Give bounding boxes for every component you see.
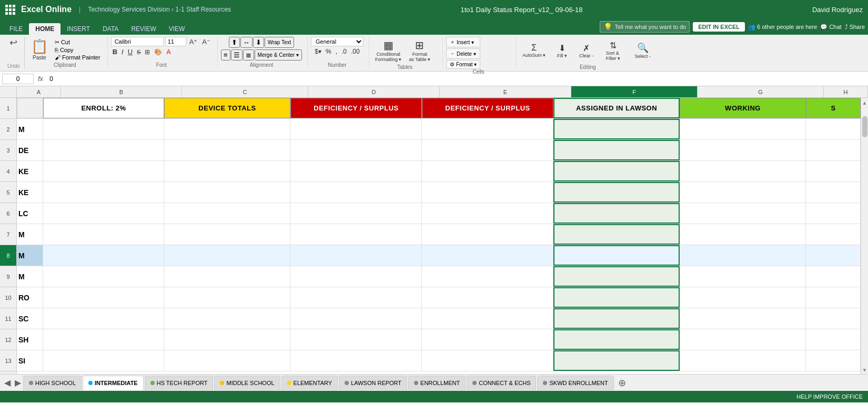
cell-e9[interactable] [422, 266, 553, 287]
tab-data[interactable]: DATA [96, 23, 125, 35]
merge-center-button[interactable]: Merge & Center ▾ [255, 49, 302, 60]
sheet-tab-hs-tech[interactable]: HS TECH REPORT [145, 376, 214, 390]
cell-d11[interactable] [290, 308, 422, 329]
col-header-e[interactable]: E [440, 86, 571, 97]
align-top-button[interactable]: ⬆ [229, 37, 240, 48]
cell-h6[interactable] [806, 203, 861, 224]
cell-b9[interactable] [43, 266, 164, 287]
cell-c12[interactable] [164, 329, 290, 350]
cell-b8[interactable] [43, 245, 164, 266]
cell-b10[interactable] [43, 287, 164, 308]
cell-g11[interactable] [680, 308, 806, 329]
cell-h5[interactable] [806, 182, 861, 203]
cell-b3[interactable] [43, 140, 164, 160]
cell-a5[interactable]: KE [17, 182, 43, 203]
cell-b12[interactable] [43, 329, 164, 350]
cell-g8[interactable] [680, 245, 806, 266]
cell-g2[interactable] [680, 119, 806, 139]
vertical-scrollbar[interactable]: ▲ ▼ [861, 98, 868, 374]
cell-h10[interactable] [806, 287, 861, 308]
align-bottom-button[interactable]: ⬇ [253, 37, 264, 48]
sheet-add-button[interactable]: ⊕ [615, 377, 629, 389]
cell-b1[interactable]: ENROLL: 2% [43, 98, 164, 118]
col-header-a[interactable]: A [17, 86, 61, 97]
cell-a4[interactable]: KE [17, 161, 43, 181]
cell-h2[interactable] [806, 119, 861, 139]
cell-g6[interactable] [680, 203, 806, 224]
fill-button[interactable]: ⬇ Fill ▾ [552, 37, 573, 64]
autosum-button[interactable]: Σ AutoSum ▾ [520, 37, 549, 64]
cell-b7[interactable] [43, 224, 164, 245]
cell-a8[interactable]: M [17, 245, 43, 266]
col-header-f[interactable]: F [571, 86, 698, 97]
sheet-tab-lawson[interactable]: LAWSON REPORT [339, 376, 407, 390]
cell-a2[interactable]: M [17, 119, 43, 139]
cell-h9[interactable] [806, 266, 861, 287]
cell-b6[interactable] [43, 203, 164, 224]
cell-e6[interactable] [422, 203, 553, 224]
col-header-h[interactable]: H [824, 86, 868, 97]
format-as-table-button[interactable]: ⊞ Formatas Table ▾ [406, 37, 433, 64]
row-num-5[interactable]: 5 [0, 182, 16, 203]
cell-d10[interactable] [290, 287, 422, 308]
tab-review[interactable]: REVIEW [125, 23, 162, 35]
row-num-1[interactable]: 1 [0, 98, 16, 119]
row-num-9[interactable]: 9 [0, 266, 16, 287]
cell-g5[interactable] [680, 182, 806, 203]
cell-d3[interactable] [290, 140, 422, 160]
cell-d8[interactable] [290, 245, 422, 266]
percent-button[interactable]: % [324, 47, 333, 56]
row-num-10[interactable]: 10 [0, 287, 16, 308]
clear-button[interactable]: ✗ Clear - [576, 37, 597, 64]
cell-f1[interactable]: ASSIGNED IN LAWSON [553, 98, 680, 118]
align-right-button[interactable]: ≣ [243, 49, 254, 60]
cell-h8[interactable] [806, 245, 861, 266]
font-name-input[interactable] [111, 37, 164, 46]
cell-b13[interactable] [43, 350, 164, 371]
cell-d13[interactable] [290, 350, 422, 371]
cell-f8[interactable] [553, 245, 680, 266]
format-cell-button[interactable]: ⚙Format ▾ [446, 60, 480, 69]
cell-a6[interactable]: LC [17, 203, 43, 224]
row-num-2[interactable]: 2 [0, 119, 16, 140]
cell-d12[interactable] [290, 329, 422, 350]
cell-b4[interactable] [43, 161, 164, 181]
cell-f10[interactable] [553, 287, 680, 308]
cell-f2[interactable] [553, 119, 680, 139]
edit-in-excel-button[interactable]: EDIT IN EXCEL [693, 22, 745, 32]
borders-button[interactable]: ⊞ [143, 48, 152, 56]
cell-e3[interactable] [422, 140, 553, 160]
cut-button[interactable]: ✂ Cut [53, 38, 102, 46]
cell-c1[interactable]: DEVICE TOTALS [164, 98, 290, 118]
wrap-text-button[interactable]: Wrap Text [265, 37, 295, 48]
sheet-tab-enrollment[interactable]: ENROLLMENT [408, 376, 466, 390]
number-format-select[interactable]: General [311, 37, 364, 46]
cell-e7[interactable] [422, 224, 553, 245]
row-num-13[interactable]: 13 [0, 350, 16, 371]
cell-h4[interactable] [806, 161, 861, 181]
font-size-decrease-button[interactable]: A⁻ [200, 37, 212, 46]
format-painter-button[interactable]: 🖌 Format Painter [53, 54, 102, 61]
col-header-g[interactable]: G [698, 86, 824, 97]
strikethrough-button[interactable]: S [135, 48, 142, 56]
cell-c9[interactable] [164, 266, 290, 287]
sheet-nav-next[interactable]: ▶ [13, 378, 23, 388]
increase-decimal-button[interactable]: .0 [340, 47, 348, 56]
cell-f7[interactable] [553, 224, 680, 245]
row-num-11[interactable]: 11 [0, 308, 16, 329]
cell-d1[interactable]: DEFICIENCY / SURPLUS [290, 98, 422, 118]
scroll-thumb[interactable] [862, 116, 867, 137]
decrease-decimal-button[interactable]: .00 [349, 47, 361, 56]
cell-e11[interactable] [422, 308, 553, 329]
cell-h1[interactable]: S [806, 98, 861, 118]
cell-a9[interactable]: M [17, 266, 43, 287]
cell-h13[interactable] [806, 350, 861, 371]
cell-a10[interactable]: RO [17, 287, 43, 308]
font-color-button[interactable]: A [165, 48, 172, 56]
cell-g12[interactable] [680, 329, 806, 350]
cell-f4[interactable] [553, 161, 680, 181]
row-num-3[interactable]: 3 [0, 140, 16, 161]
col-header-b[interactable]: B [61, 86, 182, 97]
row-num-6[interactable]: 6 [0, 203, 16, 224]
cell-d5[interactable] [290, 182, 422, 203]
